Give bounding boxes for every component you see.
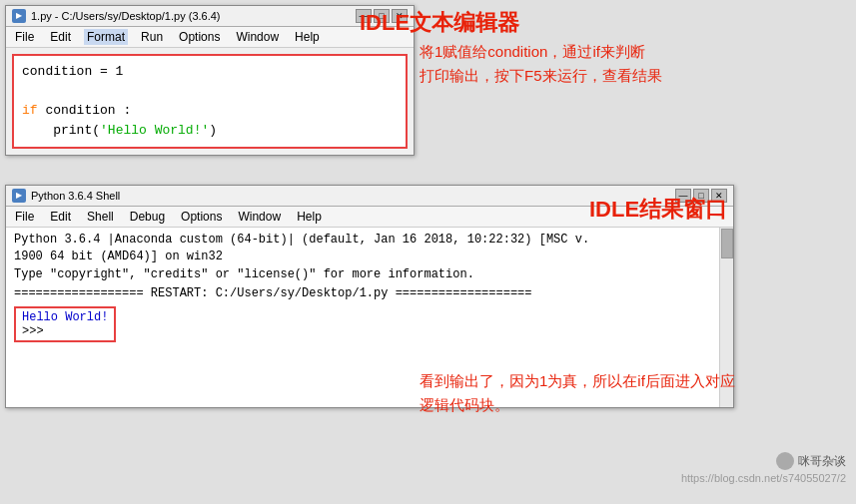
editor-menubar: File Edit Format Run Options Window Help	[6, 27, 414, 48]
code-line-2	[22, 82, 398, 102]
editor-annotation-text: 将1赋值给condition，通过if来判断 打印输出，按下F5来运行，查看结果	[420, 40, 662, 88]
shell-annotation-line-1: 看到输出了，因为1为真，所以在if后面进入对应	[420, 369, 735, 393]
shell-menu-debug[interactable]: Debug	[127, 209, 168, 225]
shell-annotation-line-2: 逻辑代码块。	[420, 393, 735, 417]
shell-info-line-1: Python 3.6.4 |Anaconda custom (64-bit)| …	[14, 232, 725, 249]
annotation-line-1: 将1赋值给condition，通过if来判断	[420, 40, 662, 64]
shell-restart-line: ================== RESTART: C:/Users/sy/…	[14, 285, 725, 302]
editor-code-area[interactable]: condition = 1 if condition : print('Hell…	[12, 54, 408, 149]
menu-help[interactable]: Help	[292, 29, 323, 45]
editor-titlebar: ▶ 1.py - C:/Users/sy/Desktop/1.py (3.6.4…	[6, 6, 414, 27]
code-line-3: if condition :	[22, 101, 398, 121]
editor-window-icon: ▶	[12, 9, 26, 23]
shell-annotation-bottom: 看到输出了，因为1为真，所以在if后面进入对应 逻辑代码块。	[420, 369, 735, 417]
menu-options[interactable]: Options	[176, 29, 223, 45]
shell-menu-help[interactable]: Help	[294, 209, 325, 225]
shell-output-box: Hello World! >>>	[14, 306, 116, 342]
shell-menu-file[interactable]: File	[12, 209, 37, 225]
code-line-1: condition = 1	[22, 62, 398, 82]
shell-annotation-title: IDLE结果窗口	[589, 195, 727, 225]
menu-file[interactable]: File	[12, 29, 37, 45]
watermark-url: https://blog.csdn.net/s74055027/2	[681, 472, 846, 484]
shell-window-icon: ▶	[12, 189, 26, 203]
annotation-line-2: 打印输出，按下F5来运行，查看结果	[420, 64, 662, 88]
shell-info-line-3: Type "copyright", "credits" or "license(…	[14, 266, 725, 283]
menu-window[interactable]: Window	[233, 29, 282, 45]
shell-menu-window[interactable]: Window	[235, 209, 284, 225]
editor-annotation-title: IDLE文本编辑器	[360, 8, 519, 38]
menu-format[interactable]: Format	[84, 29, 128, 45]
shell-hello-output: Hello World!	[22, 310, 108, 324]
editor-title: 1.py - C:/Users/sy/Desktop/1.py (3.6.4)	[31, 10, 221, 22]
shell-menu-edit[interactable]: Edit	[47, 209, 74, 225]
watermark-avatar	[776, 452, 794, 470]
code-line-4: print('Hello World!')	[22, 121, 398, 141]
shell-menu-shell[interactable]: Shell	[84, 209, 117, 225]
scrollbar-thumb[interactable]	[721, 229, 733, 258]
menu-run[interactable]: Run	[138, 29, 166, 45]
shell-info-line-2: 1900 64 bit (AMD64)] on win32	[14, 249, 725, 265]
shell-title: Python 3.6.4 Shell	[31, 190, 120, 202]
editor-window: ▶ 1.py - C:/Users/sy/Desktop/1.py (3.6.4…	[5, 5, 415, 156]
shell-menu-options[interactable]: Options	[178, 209, 225, 225]
watermark: 咪哥杂谈 https://blog.csdn.net/s74055027/2	[681, 452, 846, 484]
shell-prompt: >>>	[22, 324, 108, 338]
menu-edit[interactable]: Edit	[47, 29, 74, 45]
watermark-name: 咪哥杂谈	[798, 453, 846, 470]
